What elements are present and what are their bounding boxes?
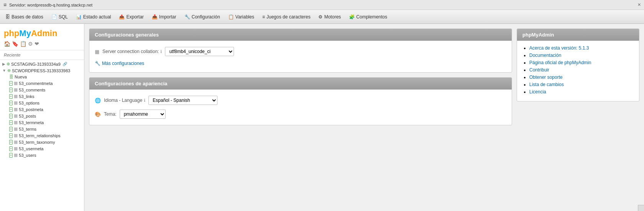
table-label-comments: 53_comments [19, 88, 45, 92]
nav-config[interactable]: 🔧 Configuración [181, 10, 224, 23]
general-config-title: Configuraciones generales [95, 32, 159, 38]
bookmark-icon[interactable]: 🔖 [12, 41, 18, 47]
pma-link-license[interactable]: Licencia [529, 89, 546, 95]
expand-postmeta: + [9, 107, 13, 112]
sidebar-divider-recent [0, 60, 84, 60]
pma-link-item-official: Página oficial de phpMyAdmin [529, 60, 634, 65]
export-icon: 📤 [119, 14, 125, 20]
resize-handle[interactable] [638, 205, 644, 211]
nav-import[interactable]: 📥 Importar [148, 10, 181, 23]
sidebar-item-users[interactable]: + ▦ 53_users [0, 152, 84, 158]
sidebar-divider-top [0, 50, 84, 50]
import-icon: 📥 [152, 14, 158, 20]
pma-link-changelog[interactable]: Lista de cambios [529, 82, 564, 87]
pma-link-contribute[interactable]: Contribuir [529, 67, 549, 73]
table-label-links: 53_links [19, 94, 34, 99]
sidebar-item-postmeta[interactable]: + ▦ 53_postmeta [0, 106, 84, 113]
settings-icon[interactable]: ⚙ [28, 41, 33, 47]
sidebar-item-options[interactable]: + ▦ 53_options [0, 100, 84, 106]
config-icon: 🔧 [184, 14, 190, 20]
databases-icon: 🗄 [5, 14, 10, 20]
close-icon[interactable]: ✕ [637, 2, 641, 7]
table-label-posts: 53_posts [19, 114, 36, 118]
sql-icon: 📄 [51, 14, 57, 20]
plugins-icon: 🧩 [349, 14, 355, 20]
theme-select[interactable]: pmahomme original metro [120, 110, 166, 119]
theme-icon: 🎨 [95, 111, 101, 117]
expand-comments: + [9, 88, 13, 92]
sidebar-item-termmeta[interactable]: + ▦ 53_termmeta [0, 119, 84, 126]
content-area: Configuraciones generales ▦ Server conne… [84, 24, 644, 211]
appearance-config-card: Configuraciones de apariencia 🌐 Idioma -… [89, 77, 512, 125]
nav-sql[interactable]: 📄 SQL [48, 10, 72, 23]
db-icon-scwordpress: ⊕ [7, 68, 11, 73]
sidebar-item-nueva[interactable]: 🗄 Nueva [0, 74, 84, 80]
language-row: 🌐 Idioma - Language ℹ Español - Spanish … [95, 96, 506, 105]
sidebar-icon-bar: 🏠 🔖 📋 ⚙ ❤ [0, 40, 84, 49]
sidebar-item-terms[interactable]: + ▦ 53_terms [0, 126, 84, 132]
sidebar-item-comments[interactable]: + ▦ 53_comments [0, 86, 84, 93]
table-icon-terms: ▦ [14, 126, 18, 131]
sidebar-item-scwordpress[interactable]: ▼ ⊕ SCWORDPRESS-3139333983 [0, 67, 84, 74]
table-label-termmeta: 53_termmeta [19, 120, 44, 125]
wrench-icon: 🔧 [95, 61, 100, 66]
favorite-icon[interactable]: ❤ [35, 41, 39, 47]
sidebar-item-links[interactable]: + ▦ 53_links [0, 93, 84, 100]
pma-link-item-license: Licencia [529, 89, 634, 95]
general-config-card: Configuraciones generales ▦ Server conne… [89, 28, 512, 73]
pma-card: phpMyAdmin Acerca de esta versión: 5.1.3… [517, 28, 639, 101]
top-bar: 🖥 Servidor: wordpressdb-q.hosting.stackc… [0, 0, 644, 10]
status-icon: 📊 [76, 14, 82, 20]
more-config-link[interactable]: 🔧 Más configuraciones [95, 61, 144, 66]
nav-plugins[interactable]: 🧩 Complementos [345, 10, 392, 23]
pma-link-item-docs: Documentación [529, 53, 634, 58]
table-icon-usermeta: ▦ [14, 146, 18, 151]
table-icon-postmeta: ▦ [14, 107, 18, 112]
expand-terms: + [9, 127, 13, 131]
home-icon[interactable]: 🏠 [4, 41, 10, 47]
expand-term-relationships: + [9, 133, 13, 138]
sidebar-item-scstaging[interactable]: ▶ ⊕ SCSTAGING-31393334a9 🔗 [0, 61, 84, 67]
pma-link-item-support: Obtener soporte [529, 75, 634, 80]
sidebar-item-term-relationships[interactable]: + ▦ 53_term_relationships [0, 132, 84, 139]
recent-label: Reciente [0, 51, 84, 59]
nav-databases-label: Bases de datos [12, 14, 43, 20]
table-icon-term-taxonomy: ▦ [14, 140, 18, 145]
db-icon-scstaging: ⊕ [7, 61, 10, 66]
pma-link-support[interactable]: Obtener soporte [529, 75, 563, 80]
nav-charsets[interactable]: ≡ Juegos de caracteres [259, 10, 315, 23]
server-title: Servidor: wordpressdb-q.hosting.stackcp.… [9, 3, 92, 7]
collation-info-icon[interactable]: ℹ [160, 49, 162, 54]
language-info-icon[interactable]: ℹ [144, 98, 145, 103]
nav-config-label: Configuración [192, 14, 220, 20]
pma-link-official[interactable]: Página oficial de phpMyAdmin [529, 60, 591, 65]
clipboard-icon[interactable]: 📋 [20, 41, 26, 47]
table-icon: ▦ [95, 49, 99, 55]
db-label-scwordpress: SCWORDPRESS-3139333983 [12, 68, 70, 73]
nav-status[interactable]: 📊 Estado actual [72, 10, 115, 23]
appearance-config-title: Configuraciones de apariencia [95, 81, 167, 86]
theme-row: 🎨 Tema: pmahomme original metro [95, 110, 506, 119]
nav-variables[interactable]: 📋 Variables [224, 10, 259, 23]
sidebar-item-posts[interactable]: + ▦ 53_posts [0, 113, 84, 119]
nueva-label: Nueva [15, 75, 27, 79]
sidebar-item-term-taxonomy[interactable]: + ▦ 53_term_taxonomy [0, 139, 84, 145]
variables-icon: 📋 [228, 14, 234, 20]
collation-select[interactable]: utf8mb4_unicode_ci utf8_general_ci latin… [165, 47, 234, 56]
language-icon: 🌐 [95, 98, 101, 103]
nav-databases[interactable]: 🗄 Bases de datos [2, 10, 48, 23]
pma-link-item-changelog: Lista de cambios [529, 82, 634, 87]
language-select[interactable]: Español - Spanish English Français Deuts… [148, 96, 217, 105]
engines-icon: ⚙ [318, 14, 323, 20]
nav-export[interactable]: 📤 Exportar [115, 10, 148, 23]
logo: phpMyAdmin [0, 25, 84, 40]
general-config-body: ▦ Server connection collation: ℹ utf8mb4… [89, 41, 512, 72]
sidebar-item-commentmeta[interactable]: + ▦ 53_commentmeta [0, 80, 84, 86]
nav-engines[interactable]: ⚙ Motores [315, 10, 345, 23]
pma-link-docs[interactable]: Documentación [529, 53, 561, 58]
appearance-config-header: Configuraciones de apariencia [89, 78, 512, 90]
right-panel: phpMyAdmin Acerca de esta versión: 5.1.3… [517, 28, 639, 206]
pma-link-version[interactable]: Acerca de esta versión: 5.1.3 [529, 45, 589, 51]
link-icon-scstaging: 🔗 [63, 62, 67, 66]
sidebar-item-usermeta[interactable]: + ▦ 53_usermeta [0, 145, 84, 152]
